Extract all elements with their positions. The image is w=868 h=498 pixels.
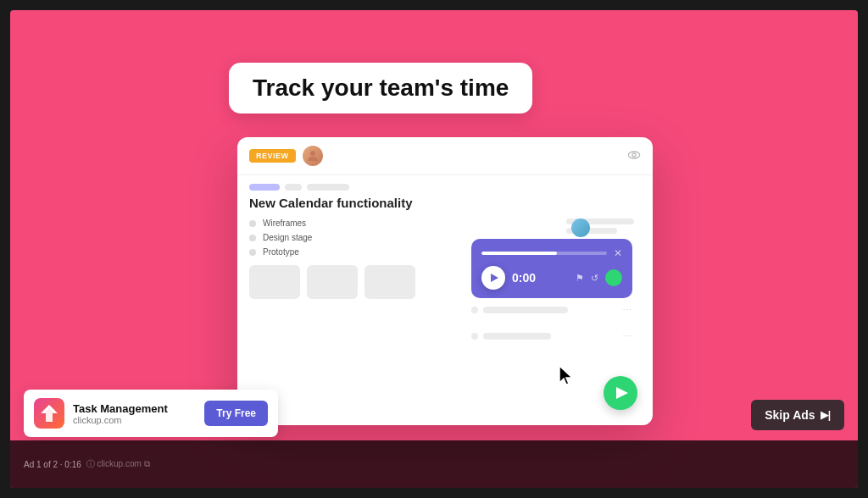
breadcrumb-divider <box>285 184 302 191</box>
task-label-1: Design stage <box>263 233 312 242</box>
timer-main-row: 0:00 ⚑ ↺ <box>481 266 622 290</box>
ad-card: Task Management clickup.com Try Free <box>24 390 278 437</box>
skip-ads-label: Skip Ads <box>765 408 815 422</box>
placeholder-rows: ··· ··· <box>463 298 641 347</box>
window-topbar: REVIEW <box>237 137 653 175</box>
timer-progress-fill <box>481 252 557 255</box>
window-content: New Calendar functionality Wireframes <box>237 175 653 356</box>
skeleton-block-2 <box>307 265 358 299</box>
right-avatar-row <box>463 219 641 234</box>
breadcrumb <box>249 184 641 191</box>
timer-controls: ⚑ ↺ <box>576 269 622 286</box>
ad-company-name: Task Management <box>73 402 196 415</box>
skeleton-row-1 <box>249 265 454 299</box>
task-dot-2 <box>249 249 256 256</box>
ph-dots-2: ··· <box>623 331 632 340</box>
timer-green-button[interactable] <box>605 269 622 286</box>
ph-dot-2 <box>471 333 478 340</box>
page-title: New Calendar functionality <box>249 196 641 210</box>
task-item-1: Design stage <box>249 233 454 242</box>
task-list: Wireframes Design stage Prototype <box>249 219 454 257</box>
timer-close-icon[interactable]: ✕ <box>614 247 622 259</box>
ad-info-extras: ⓘ clickup.com ⧉ <box>86 458 150 470</box>
task-label-0: Wireframes <box>263 219 306 228</box>
task-dot-0 <box>249 220 256 227</box>
ad-try-button[interactable]: Try Free <box>204 401 268 426</box>
skeleton-block-1 <box>249 265 300 299</box>
review-badge: REVIEW <box>249 149 296 163</box>
ad-logo <box>34 398 64 429</box>
timer-flag-icon[interactable]: ⚑ <box>576 273 584 284</box>
task-item-2: Prototype <box>249 247 454 257</box>
timer-widget[interactable]: ✕ 0:00 ⚑ ↺ <box>471 239 632 298</box>
eye-icon[interactable] <box>627 148 641 164</box>
svg-point-0 <box>310 151 315 156</box>
ph-row-2: ··· <box>471 331 632 340</box>
right-panel: ✕ 0:00 ⚑ ↺ <box>463 219 641 347</box>
cursor <box>558 364 575 385</box>
skeleton-block-3 <box>364 265 415 299</box>
ph-row-1: ··· <box>471 305 632 314</box>
task-label-2: Prototype <box>263 247 299 257</box>
ad-info-text: Ad 1 of 2 · 0:16 <box>24 460 81 469</box>
task-dot-1 <box>249 235 256 241</box>
timer-display: 0:00 <box>512 271 569 285</box>
task-list-section: Wireframes Design stage Prototype <box>249 219 463 347</box>
ph-bar-1 <box>483 307 568 313</box>
window-play-button[interactable] <box>604 376 637 410</box>
avatar-top <box>303 146 323 166</box>
ph-dot-1 <box>471 307 478 313</box>
timer-refresh-icon[interactable]: ↺ <box>591 273 598 284</box>
app-window: REVIEW <box>237 137 653 425</box>
timer-play-button[interactable] <box>481 266 505 290</box>
ad-bar: Ad 1 of 2 · 0:16 ⓘ clickup.com ⧉ <box>10 440 858 488</box>
svg-point-2 <box>632 153 636 157</box>
svg-point-1 <box>628 152 639 158</box>
ad-domain: clickup.com <box>73 415 196 425</box>
skip-ads-button[interactable]: Skip Ads ▶| <box>751 400 844 430</box>
headline-bubble: Track your team's time <box>229 63 532 113</box>
ph-dots-1: ··· <box>623 305 632 314</box>
headline-text: Track your team's time <box>253 75 509 101</box>
timer-top-row: ✕ <box>481 247 622 259</box>
task-item-0: Wireframes <box>249 219 454 228</box>
breadcrumb-item-1 <box>249 184 280 191</box>
ad-text-block: Task Management clickup.com <box>73 402 196 425</box>
timer-progress-bar <box>481 252 607 255</box>
breadcrumb-item-2 <box>307 184 349 191</box>
right-avatar <box>571 219 590 237</box>
outer-frame: Track your team's time REVIEW <box>0 0 868 498</box>
skip-arrow-icon: ▶| <box>821 409 831 421</box>
ph-bar-2 <box>483 333 551 340</box>
inner-content: Track your team's time REVIEW <box>10 10 858 488</box>
